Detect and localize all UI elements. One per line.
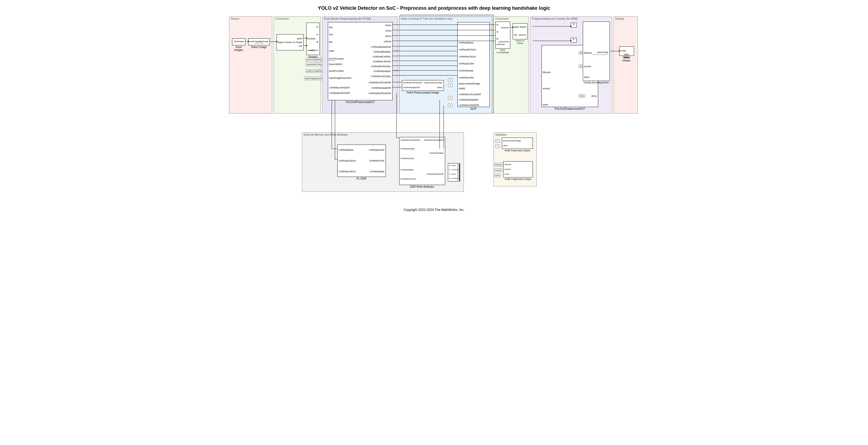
pp-dn2: done: [591, 95, 596, 97]
block-frame-to-pixels[interactable]: frame Frame To Pixels pixel ctrl: [277, 34, 304, 51]
wire: [392, 56, 457, 56]
tag-done-g[interactable]: done: [579, 94, 586, 98]
dl-rci: AXIReadCtrlIn: [459, 62, 474, 65]
label-fetch: Fetch Preprocessed Image: [402, 91, 443, 94]
wire: [392, 46, 457, 46]
block-overlay[interactable]: bboxes scores done outputImage ◆ overlay…: [583, 22, 610, 81]
label-vpost: Verify Postprocess Output: [503, 178, 533, 181]
dl-wci: AXIWriteCtrlIn: [459, 76, 474, 79]
tag-t-v2[interactable]: -T-: [495, 145, 500, 148]
tag-t3[interactable]: -T-: [448, 96, 453, 99]
bus-term[interactable]: wr_ready wr_complete wr_ready wr_complet…: [448, 163, 458, 182]
block-pixels-to-frame[interactable]: pixel ctrl frame validOut Pixels To Fram…: [513, 23, 527, 39]
region-memory-label: External Memory and Write Arbitrator: [304, 133, 348, 136]
region-conv1: Conversion frame Frame To Pixels pixel c…: [274, 17, 321, 114]
ptf-px: pixel: [514, 26, 519, 28]
port-sel-in: inputImages: [250, 40, 260, 42]
ddr-rci: AXIReadCtrlIn: [369, 149, 384, 151]
diagram-canvas: Source inputImages Input Images inputIma…: [229, 17, 639, 200]
region-display: Display Image Video Viewer Video Viewer: [614, 17, 638, 114]
region-postprocess: Postprocessing and Overlay (for ARM) ☰ ☰…: [530, 17, 612, 114]
ftp-in: frame: [278, 41, 284, 44]
ptf-frame: frame: [520, 26, 526, 28]
port-input-images: inputImages: [234, 40, 244, 42]
wire: [304, 38, 306, 38]
block-verify-post[interactable]: bboxes scores done Verify Postprocess Ou…: [503, 161, 533, 178]
label-vpre: Verify Preprocess Output: [502, 149, 533, 152]
label-vv: Video Viewer: [620, 56, 634, 62]
wire: [443, 105, 444, 149]
block-rgb-concat[interactable]: R G B pixelCtrlIn pixelData pixelCtrlOut…: [495, 22, 510, 49]
pre-inputaddr: inputAddrDL: [329, 63, 343, 66]
tag-t-v1[interactable]: -T-: [495, 139, 500, 143]
unpack-r: R: [316, 26, 318, 28]
tag-done-f[interactable]: done: [494, 174, 501, 177]
ddr-wco: AXIWriteCtrlOut: [339, 170, 356, 173]
block-select-image[interactable]: inputImages inputImage selectImage ◆ Sel…: [248, 38, 270, 45]
wire: [510, 27, 513, 28]
label-plddr: PL DDR: [338, 177, 385, 180]
badge-icon: ◆: [260, 40, 262, 43]
wire: [392, 82, 402, 82]
block-dlip[interactable]: AXIReadData AXIReadCtrlOut AXIWriteCtrlO…: [457, 22, 490, 107]
wire: [392, 30, 495, 30]
bus-bar: [459, 163, 460, 182]
vv-in: Image: [621, 50, 626, 52]
dl-wco: AXIWriteCtrlOut: [459, 55, 476, 58]
block-video-viewer[interactable]: Image Video Viewer Video Viewer: [619, 46, 634, 56]
tag-t4[interactable]: -T-: [448, 103, 453, 107]
pre-ctrlin: ctrlIn: [329, 50, 335, 52]
pre-bout: BOut: [385, 35, 391, 37]
wire: [533, 41, 570, 41]
bt2: wr_complete: [449, 169, 458, 170]
arb-o2: AXIWriteData2: [430, 152, 444, 154]
tag-postprocstart[interactable]: postProcStartReg: [306, 69, 324, 73]
arb-i3: AXIWriteCtrlIn: [401, 157, 414, 160]
page-title: YOLO v2 Vehicle Detector on SoC - Prepro…: [5, 5, 863, 11]
pre-gout: GOut: [385, 29, 391, 32]
tag-t1[interactable]: -T-: [448, 78, 453, 82]
tag-t2[interactable]: -T-: [448, 84, 453, 87]
tag-inputaddrdl[interactable]: inputAddrDLReg: [306, 63, 323, 66]
region-preprocess: Pixel Stream Preprocessing (for FPGA) RI…: [322, 17, 398, 114]
wire: [335, 100, 335, 159]
block-fetch[interactable]: AXIWriteCtrlOutDDR AXIWriteDataDDR prepr…: [402, 80, 444, 91]
pre-o10: AXIWriteDataDL: [373, 70, 391, 72]
block-unpack[interactable]: pixelData pixelCtrl R G B pixelCtrlIn Un…: [306, 23, 320, 55]
dl-rco: AXIReadCtrlOut: [459, 48, 476, 51]
pre-imgexp: inputImageExponent: [329, 76, 351, 79]
block-preprocess-dut[interactable]: RIn GIn BIn ctrlIn DUTProcstart inputAdd…: [328, 22, 393, 100]
vp1: preprocessedImage: [503, 139, 521, 142]
ftp-ctrl: ctrl: [299, 45, 302, 47]
ov-sc: scores: [584, 65, 591, 68]
ddr-rco: AXIReadCtrlOut: [339, 159, 356, 162]
copyright: Copyright 2022-2024 The MathWorks, Inc.: [5, 208, 863, 212]
ptf-ctrl: ctrl: [514, 34, 517, 36]
tag-bboxes-f[interactable]: bboxes: [494, 163, 503, 166]
block-arbitrator[interactable]: AXIWriteCtrlOutDDR1 AXIWriteData1 AXIWri…: [399, 137, 445, 185]
ptf-vo: validOut: [519, 34, 526, 36]
sel-sub: selectImage: [248, 42, 270, 44]
rgb-b: B: [497, 37, 498, 40]
unpack-cto: pixelCtrlIn: [310, 50, 318, 51]
wire: [392, 75, 457, 75]
wire: [335, 159, 337, 160]
pre-bin: BIn: [329, 41, 333, 43]
wire: [439, 100, 440, 149]
rgb-r: R: [497, 24, 499, 26]
pre-o11: AXIWriteCtrlOutDL: [371, 75, 391, 78]
label-arb: DDR Write Arbitrator: [400, 185, 445, 188]
tag-preprocstart[interactable]: preProcStartReg: [306, 58, 323, 61]
block-plddr[interactable]: AXIReadData AXIReadCtrlOut AXIWriteCtrlO…: [337, 145, 386, 177]
dl-rd: AXIReadData: [459, 41, 473, 44]
region-post-label: Postprocessing and Overlay (for ARM): [532, 17, 578, 20]
wire: [304, 45, 306, 46]
block-verify-pre[interactable]: preprocessedImage valid Verify Preproces…: [502, 137, 533, 149]
tag-scores-f[interactable]: scores: [494, 168, 502, 172]
bt1: wr_ready: [449, 164, 456, 166]
pp-dn: done: [543, 103, 548, 106]
pre-postproc: postProcStart: [329, 70, 344, 72]
block-input-images[interactable]: inputImages Input Images: [232, 38, 246, 45]
wire: [396, 93, 397, 138]
unpack-pd: pixelData: [308, 38, 315, 40]
